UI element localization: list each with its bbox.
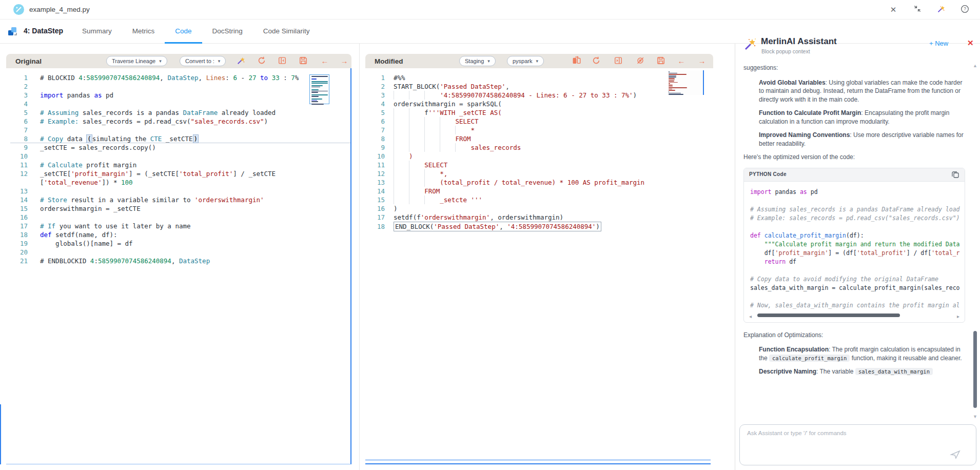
line-number: 7 — [10, 126, 28, 134]
code-line: 13(total_profit / total_revenue) * 100 A… — [369, 178, 713, 187]
python-code-card: PYTHON Code import pandas as pd # Assumi… — [743, 168, 965, 323]
hide-diff-eye-icon[interactable] — [635, 56, 645, 66]
code-line: 2START_BLOCK('Passed DataStep', — [369, 82, 713, 91]
code-card-body[interactable]: import pandas as pd # Assuming sales_rec… — [744, 182, 965, 312]
window-titlebar: example_4_med.py ✕ ? — [0, 0, 980, 19]
code-line: # Copy data to avoid modifying the origi… — [750, 275, 965, 284]
tab-docstring[interactable]: DocString — [202, 19, 253, 44]
staging-dropdown[interactable]: Staging ▾ — [459, 56, 496, 66]
close-icon[interactable]: ✕ — [888, 5, 898, 15]
explanation-item: Descriptive Naming: The variable sales_d… — [759, 367, 967, 376]
line-number: 11 — [10, 161, 28, 169]
caret-down-icon: ▾ — [159, 58, 162, 64]
explanation-list: Function Encapsulation: The profit margi… — [759, 345, 967, 376]
line-number: 17 — [369, 213, 385, 222]
compare-icon[interactable] — [572, 56, 582, 66]
code-horizontal-scrollbar[interactable]: ◂ ▸ — [751, 312, 957, 319]
code-line: 1# BLOCKID 4:5859907074586240894, DataSt… — [10, 73, 350, 82]
code-line: 9sales_records — [369, 143, 713, 152]
assistant-message-area[interactable]: suggestions: Avoid Global Variables: Usi… — [735, 61, 976, 422]
line-number: 13 — [10, 187, 28, 195]
code-line: 3import pandas as pd — [10, 91, 350, 100]
tab-code-similarity[interactable]: Code Similarity — [253, 19, 320, 44]
send-icon[interactable] — [950, 449, 961, 460]
hscroll-thumb[interactable] — [757, 314, 900, 317]
inline-code-chip: sales_data_with_margin — [855, 368, 933, 375]
undo-arrow-icon[interactable]: ← — [676, 56, 687, 66]
code-line: 17# If you want to use it later by a nam… — [10, 222, 350, 230]
refresh-icon[interactable] — [257, 56, 267, 66]
explanation-item: Function Encapsulation: The profit margi… — [759, 345, 967, 362]
convert-to-label: Convert to : — [185, 58, 214, 64]
code-line: 12*, — [369, 169, 713, 178]
expand-panel-icon[interactable] — [613, 56, 623, 66]
hscroll-left-icon[interactable]: ◂ — [749, 312, 752, 321]
line-number: 10 — [10, 152, 28, 161]
code-line: 11# Calculate profit margin — [10, 161, 350, 169]
line-number: 7 — [369, 126, 385, 134]
copy-code-icon[interactable] — [951, 170, 959, 179]
undo-arrow-icon[interactable]: ← — [320, 56, 330, 66]
original-minimap[interactable] — [309, 74, 329, 104]
caret-down-icon: ▾ — [536, 58, 539, 64]
modified-code-editor[interactable]: 1#%%2START_BLOCK('Passed DataStep',3'4:5… — [365, 68, 713, 464]
magic-wand-icon[interactable] — [236, 56, 246, 66]
line-number: 5 — [10, 108, 28, 117]
line-number: 4 — [369, 100, 385, 108]
line-number: 14 — [10, 195, 28, 204]
traverse-lineage-dropdown[interactable]: Traverse Lineage ▾ — [106, 56, 167, 66]
svg-text:?: ? — [964, 6, 966, 11]
hscroll-right-icon[interactable]: ▸ — [957, 312, 959, 321]
new-chat-button[interactable]: + New — [929, 40, 948, 47]
save-icon[interactable] — [298, 56, 308, 66]
code-line: 6# Example: sales_records = pd.read_csv(… — [10, 117, 350, 126]
line-number: 3 — [369, 91, 385, 100]
code-line: 11SELECT — [369, 161, 713, 169]
redo-arrow-icon[interactable]: → — [697, 56, 707, 66]
suggestions-intro: suggestions: — [743, 64, 967, 72]
line-number: 17 — [10, 222, 28, 230]
assistant-input[interactable] — [739, 424, 976, 465]
line-number: 20 — [10, 248, 28, 257]
optimized-code-intro: Here's the optimized version of the code… — [743, 153, 967, 162]
refresh-icon[interactable] — [591, 56, 601, 66]
tab-metrics[interactable]: Metrics — [122, 19, 165, 44]
suggestion-item: Avoid Global Variables: Using global var… — [759, 79, 967, 104]
explanation-text: : The variable — [816, 368, 855, 375]
code-line: 5f'''WITH _setCTE AS( — [369, 108, 713, 117]
code-line: 5# Assuming sales_records is a pandas Da… — [10, 108, 350, 117]
line-number: 5 — [369, 108, 385, 117]
code-line: 7* — [369, 126, 713, 134]
original-code-editor[interactable]: 1# BLOCKID 4:5859907074586240894, DataSt… — [6, 68, 351, 464]
modified-minimap[interactable] — [667, 70, 704, 95]
line-number: 21 — [10, 257, 28, 265]
close-assistant-icon[interactable]: ✕ — [967, 38, 974, 48]
tab-code[interactable]: Code — [165, 19, 202, 44]
suggestion-term: Function to Calculate Profit Margin — [759, 109, 861, 116]
code-line: 12_setCTE['profit_margin'] = (_setCTE['t… — [10, 169, 350, 178]
line-number: 10 — [369, 152, 385, 161]
code-line: df['profit_margin'] = (df['total_profit'… — [750, 249, 965, 258]
redo-arrow-icon[interactable]: → — [339, 56, 349, 66]
help-icon[interactable]: ? — [959, 5, 970, 15]
scroll-down-icon[interactable]: ▼ — [973, 414, 977, 419]
explanation-term: Descriptive Naming — [759, 368, 816, 375]
explanation-heading: Explanation of Optimizations: — [743, 331, 967, 340]
datastep-block-icon — [7, 26, 18, 37]
code-line: 7 — [10, 126, 350, 134]
explanation-term: Function Encapsulation — [759, 346, 829, 353]
scroll-up-icon[interactable]: ▲ — [973, 63, 977, 68]
pyspark-dropdown[interactable]: pyspark ▾ — [507, 56, 544, 66]
restore-window-icon[interactable] — [912, 5, 923, 15]
code-line: 9_setCTE = sales_records.copy() — [10, 143, 350, 152]
modified-code-lines: 1#%%2START_BLOCK('Passed DataStep',3'4:5… — [369, 73, 713, 230]
sidebar-scrollbar-thumb[interactable] — [973, 331, 977, 408]
save-icon[interactable] — [656, 56, 666, 66]
assistant-title: MerlinAI Assistant — [761, 36, 837, 47]
code-line: 16) — [369, 204, 713, 213]
tabs-group: Summary Metrics Code DocString Code Simi… — [72, 19, 320, 44]
magic-wand-icon[interactable] — [936, 5, 946, 15]
convert-to-dropdown[interactable]: Convert to : ▾ — [180, 56, 226, 66]
collapse-panel-icon[interactable] — [277, 56, 287, 66]
tab-summary[interactable]: Summary — [72, 19, 122, 44]
